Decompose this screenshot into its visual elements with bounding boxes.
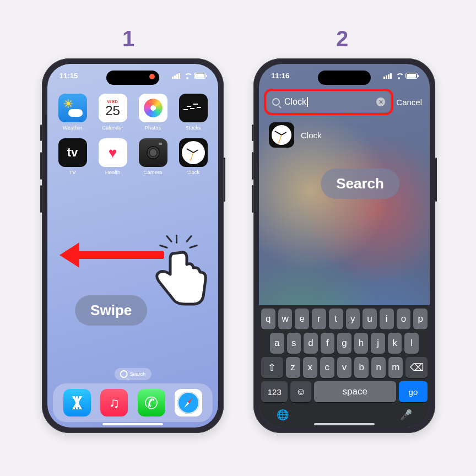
- key-go[interactable]: go: [399, 381, 428, 402]
- search-value: Clock: [284, 97, 372, 107]
- dictation-icon[interactable]: 🎤: [400, 409, 412, 421]
- stocks-icon: [179, 94, 208, 122]
- key-y[interactable]: y: [346, 309, 360, 329]
- camera-icon: [139, 138, 167, 167]
- key-w[interactable]: w: [278, 309, 293, 329]
- dock: [53, 383, 213, 422]
- app-camera[interactable]: Camera: [136, 138, 170, 175]
- app-label: Photos: [145, 125, 161, 131]
- battery-icon: [194, 73, 206, 79]
- home-search-pill[interactable]: Search: [115, 368, 152, 380]
- cancel-button[interactable]: Cancel: [396, 98, 422, 107]
- phone-step-1: 11:15 Weather WED 25 Calendar Pho: [42, 58, 224, 433]
- tv-icon: tv: [58, 138, 87, 167]
- key-l[interactable]: l: [404, 333, 419, 354]
- key-shift[interactable]: [261, 357, 283, 378]
- cellular-icon: [172, 73, 181, 79]
- app-label: Calendar: [102, 125, 123, 131]
- app-stocks[interactable]: Stocks: [176, 94, 210, 131]
- key-e[interactable]: e: [295, 309, 309, 329]
- health-icon: [99, 138, 127, 167]
- clock-icon: [269, 122, 294, 148]
- swipe-badge: Swipe: [75, 295, 147, 326]
- app-tv[interactable]: tv TV: [55, 138, 90, 175]
- key-k[interactable]: k: [388, 333, 402, 354]
- keyboard: qwertyuiop asdfghjkl zxcvbnm 123 space g…: [259, 305, 430, 428]
- key-v[interactable]: v: [337, 357, 351, 378]
- status-time: 11:15: [60, 72, 78, 80]
- dock-app-music[interactable]: [100, 389, 128, 416]
- keyboard-row-1: qwertyuiop: [261, 309, 428, 329]
- app-health[interactable]: Health: [95, 138, 130, 175]
- app-label: Clock: [187, 169, 200, 175]
- result-label: Clock: [301, 131, 322, 140]
- key-d[interactable]: d: [304, 333, 318, 354]
- wifi-icon: [395, 73, 403, 79]
- spotlight-search-input[interactable]: Clock ✕: [267, 91, 391, 112]
- key-p[interactable]: p: [413, 309, 428, 329]
- app-label: Camera: [144, 169, 163, 175]
- cellular-icon: [383, 73, 392, 79]
- dynamic-island: [318, 71, 371, 85]
- key-h[interactable]: h: [354, 333, 369, 354]
- dock-app-safari[interactable]: [175, 389, 202, 416]
- key-j[interactable]: j: [371, 333, 385, 354]
- app-photos[interactable]: Photos: [136, 94, 170, 131]
- key-q[interactable]: q: [261, 309, 275, 329]
- pointer-hand-icon: [155, 232, 215, 304]
- calendar-icon: WED 25: [99, 94, 127, 122]
- search-icon: [272, 98, 280, 106]
- key-x[interactable]: x: [303, 357, 317, 378]
- app-label: TV: [69, 169, 75, 175]
- app-label: Weather: [63, 125, 83, 131]
- search-result-clock[interactable]: Clock: [269, 122, 322, 148]
- key-z[interactable]: z: [286, 357, 300, 378]
- battery-icon: [405, 73, 418, 79]
- spotlight-screen: 11:16 Clock ✕ Cancel Clock Search qwerty…: [259, 64, 430, 428]
- keyboard-row-4: 123 space go: [261, 381, 428, 402]
- step-2-label: 2: [336, 26, 348, 51]
- key-o[interactable]: o: [397, 309, 411, 329]
- step-1-label: 1: [122, 26, 134, 51]
- dock-app-appstore[interactable]: [63, 389, 91, 416]
- app-weather[interactable]: Weather: [55, 94, 90, 131]
- key-i[interactable]: i: [380, 309, 394, 329]
- weather-icon: [58, 94, 87, 122]
- key-emoji[interactable]: [290, 381, 311, 402]
- key-m[interactable]: m: [388, 357, 403, 378]
- search-pill-label: Search: [130, 371, 146, 377]
- dock-app-phone[interactable]: [138, 389, 165, 416]
- app-label: Health: [105, 169, 120, 175]
- app-calendar[interactable]: WED 25 Calendar: [95, 94, 130, 131]
- search-badge: Search: [321, 169, 399, 199]
- key-r[interactable]: r: [312, 309, 326, 329]
- home-indicator[interactable]: [314, 423, 375, 425]
- key-123[interactable]: 123: [261, 381, 288, 402]
- calendar-day: 25: [105, 104, 120, 117]
- app-label: Stocks: [185, 125, 201, 131]
- globe-icon[interactable]: 🌐: [277, 409, 289, 421]
- home-indicator[interactable]: [102, 423, 163, 425]
- clear-icon[interactable]: ✕: [376, 98, 385, 106]
- home-screen[interactable]: 11:15 Weather WED 25 Calendar Pho: [47, 64, 218, 428]
- key-space[interactable]: space: [314, 381, 396, 402]
- phone-step-2: 11:16 Clock ✕ Cancel Clock Search qwerty…: [253, 58, 435, 433]
- key-backspace[interactable]: [405, 357, 428, 378]
- keyboard-row-2: asdfghjkl: [261, 333, 428, 354]
- status-time: 11:16: [271, 72, 289, 80]
- photos-icon: [139, 94, 167, 122]
- search-icon: [120, 370, 128, 378]
- key-a[interactable]: a: [270, 333, 284, 354]
- key-b[interactable]: b: [354, 357, 369, 378]
- key-g[interactable]: g: [337, 333, 351, 354]
- key-n[interactable]: n: [371, 357, 386, 378]
- clock-icon: [179, 138, 208, 167]
- swipe-left-arrow: [60, 246, 164, 263]
- key-c[interactable]: c: [320, 357, 334, 378]
- app-clock[interactable]: Clock: [176, 138, 210, 175]
- key-s[interactable]: s: [287, 333, 301, 354]
- key-u[interactable]: u: [363, 309, 377, 329]
- key-t[interactable]: t: [329, 309, 343, 329]
- key-f[interactable]: f: [321, 333, 335, 354]
- wifi-icon: [183, 73, 191, 79]
